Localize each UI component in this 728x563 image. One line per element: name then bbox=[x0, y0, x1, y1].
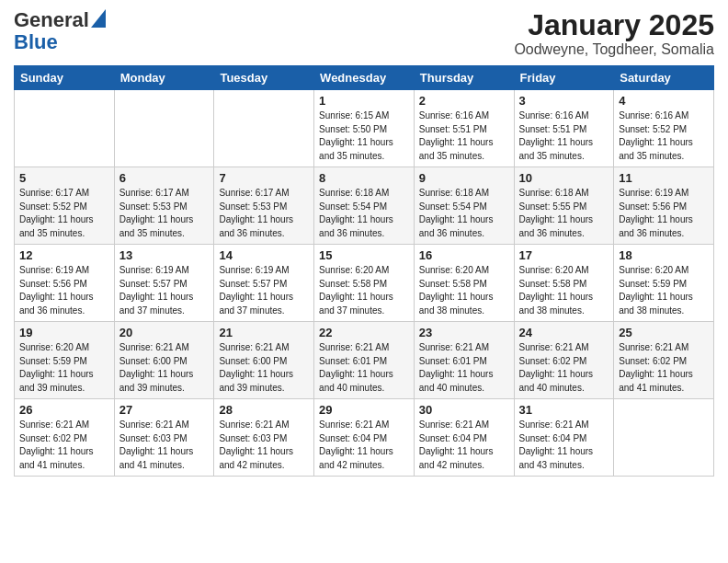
day-info: Sunrise: 6:19 AMSunset: 5:56 PMDaylight:… bbox=[19, 264, 109, 317]
calendar-week-row: 26Sunrise: 6:21 AMSunset: 6:02 PMDayligh… bbox=[15, 399, 714, 477]
col-saturday: Saturday bbox=[614, 66, 714, 90]
day-number: 11 bbox=[619, 171, 709, 185]
table-row: 22Sunrise: 6:21 AMSunset: 6:01 PMDayligh… bbox=[314, 322, 415, 399]
day-number: 26 bbox=[19, 403, 109, 417]
day-number: 4 bbox=[619, 94, 709, 108]
day-info: Sunrise: 6:16 AMSunset: 5:52 PMDaylight:… bbox=[619, 109, 709, 163]
table-row: 10Sunrise: 6:18 AMSunset: 5:55 PMDayligh… bbox=[514, 167, 614, 245]
day-info: Sunrise: 6:19 AMSunset: 5:56 PMDaylight:… bbox=[619, 187, 709, 240]
table-row: 23Sunrise: 6:21 AMSunset: 6:01 PMDayligh… bbox=[414, 322, 514, 399]
title-block: January 2025 Oodweyne, Togdheer, Somalia bbox=[514, 9, 714, 58]
day-info: Sunrise: 6:21 AMSunset: 6:03 PMDaylight:… bbox=[119, 419, 210, 472]
day-number: 29 bbox=[319, 403, 409, 417]
day-info: Sunrise: 6:21 AMSunset: 6:02 PMDaylight:… bbox=[519, 341, 609, 395]
page: General Blue January 2025 Oodweyne, Togd… bbox=[0, 0, 728, 563]
day-number: 12 bbox=[19, 248, 109, 262]
day-number: 5 bbox=[19, 171, 109, 185]
table-row: 7Sunrise: 6:17 AMSunset: 5:53 PMDaylight… bbox=[214, 167, 314, 245]
col-monday: Monday bbox=[114, 66, 214, 90]
day-info: Sunrise: 6:20 AMSunset: 5:59 PMDaylight:… bbox=[619, 264, 709, 317]
calendar-week-row: 5Sunrise: 6:17 AMSunset: 5:52 PMDaylight… bbox=[15, 167, 714, 245]
day-info: Sunrise: 6:21 AMSunset: 6:01 PMDaylight:… bbox=[319, 341, 409, 395]
day-info: Sunrise: 6:17 AMSunset: 5:53 PMDaylight:… bbox=[219, 187, 309, 240]
table-row: 19Sunrise: 6:20 AMSunset: 5:59 PMDayligh… bbox=[15, 322, 115, 399]
day-info: Sunrise: 6:17 AMSunset: 5:53 PMDaylight:… bbox=[119, 187, 210, 240]
table-row: 27Sunrise: 6:21 AMSunset: 6:03 PMDayligh… bbox=[114, 399, 214, 477]
day-info: Sunrise: 6:15 AMSunset: 5:50 PMDaylight:… bbox=[319, 109, 409, 163]
table-row bbox=[614, 399, 714, 477]
logo-triangle-icon bbox=[91, 9, 106, 28]
day-info: Sunrise: 6:21 AMSunset: 6:02 PMDaylight:… bbox=[619, 341, 709, 395]
day-info: Sunrise: 6:20 AMSunset: 5:58 PMDaylight:… bbox=[519, 264, 609, 317]
table-row: 14Sunrise: 6:19 AMSunset: 5:57 PMDayligh… bbox=[214, 245, 314, 322]
day-number: 13 bbox=[119, 248, 210, 262]
day-number: 25 bbox=[619, 326, 709, 339]
day-number: 28 bbox=[219, 403, 309, 417]
day-info: Sunrise: 6:21 AMSunset: 6:04 PMDaylight:… bbox=[319, 419, 409, 472]
day-number: 9 bbox=[419, 171, 509, 185]
day-info: Sunrise: 6:20 AMSunset: 5:58 PMDaylight:… bbox=[419, 264, 509, 317]
day-info: Sunrise: 6:19 AMSunset: 5:57 PMDaylight:… bbox=[119, 264, 210, 317]
day-number: 24 bbox=[519, 326, 609, 339]
table-row: 9Sunrise: 6:18 AMSunset: 5:54 PMDaylight… bbox=[414, 167, 514, 245]
logo-general: General bbox=[14, 9, 89, 31]
day-info: Sunrise: 6:21 AMSunset: 6:00 PMDaylight:… bbox=[219, 341, 309, 395]
table-row: 21Sunrise: 6:21 AMSunset: 6:00 PMDayligh… bbox=[214, 322, 314, 399]
day-number: 1 bbox=[319, 94, 409, 108]
table-row: 5Sunrise: 6:17 AMSunset: 5:52 PMDaylight… bbox=[15, 167, 115, 245]
table-row: 31Sunrise: 6:21 AMSunset: 6:04 PMDayligh… bbox=[514, 399, 614, 477]
day-number: 16 bbox=[419, 248, 509, 262]
col-wednesday: Wednesday bbox=[314, 66, 415, 90]
table-row: 1Sunrise: 6:15 AMSunset: 5:50 PMDaylight… bbox=[314, 90, 415, 167]
day-number: 27 bbox=[119, 403, 210, 417]
calendar-week-row: 12Sunrise: 6:19 AMSunset: 5:56 PMDayligh… bbox=[15, 245, 714, 322]
table-row bbox=[214, 90, 314, 167]
day-number: 21 bbox=[219, 326, 309, 339]
day-number: 3 bbox=[519, 94, 609, 108]
day-number: 20 bbox=[119, 326, 210, 339]
day-number: 2 bbox=[419, 94, 509, 108]
day-number: 17 bbox=[519, 248, 609, 262]
col-friday: Friday bbox=[514, 66, 614, 90]
day-number: 14 bbox=[219, 248, 309, 262]
day-number: 19 bbox=[19, 326, 109, 339]
day-number: 15 bbox=[319, 248, 409, 262]
day-info: Sunrise: 6:20 AMSunset: 5:59 PMDaylight:… bbox=[19, 341, 109, 395]
table-row: 17Sunrise: 6:20 AMSunset: 5:58 PMDayligh… bbox=[514, 245, 614, 322]
col-sunday: Sunday bbox=[15, 66, 115, 90]
table-row: 13Sunrise: 6:19 AMSunset: 5:57 PMDayligh… bbox=[114, 245, 214, 322]
day-info: Sunrise: 6:21 AMSunset: 6:00 PMDaylight:… bbox=[119, 341, 210, 395]
day-info: Sunrise: 6:21 AMSunset: 6:03 PMDaylight:… bbox=[219, 419, 309, 472]
day-info: Sunrise: 6:18 AMSunset: 5:54 PMDaylight:… bbox=[319, 187, 409, 240]
day-info: Sunrise: 6:18 AMSunset: 5:54 PMDaylight:… bbox=[419, 187, 509, 240]
day-info: Sunrise: 6:20 AMSunset: 5:58 PMDaylight:… bbox=[319, 264, 409, 317]
day-number: 10 bbox=[519, 171, 609, 185]
calendar-week-row: 1Sunrise: 6:15 AMSunset: 5:50 PMDaylight… bbox=[15, 90, 714, 167]
day-info: Sunrise: 6:21 AMSunset: 6:02 PMDaylight:… bbox=[19, 419, 109, 472]
day-number: 30 bbox=[419, 403, 509, 417]
day-info: Sunrise: 6:19 AMSunset: 5:57 PMDaylight:… bbox=[219, 264, 309, 317]
day-number: 6 bbox=[119, 171, 210, 185]
svg-marker-0 bbox=[91, 9, 106, 28]
table-row: 8Sunrise: 6:18 AMSunset: 5:54 PMDaylight… bbox=[314, 167, 415, 245]
day-number: 31 bbox=[519, 403, 609, 417]
table-row: 29Sunrise: 6:21 AMSunset: 6:04 PMDayligh… bbox=[314, 399, 415, 477]
day-number: 7 bbox=[219, 171, 309, 185]
day-info: Sunrise: 6:21 AMSunset: 6:01 PMDaylight:… bbox=[419, 341, 509, 395]
table-row: 16Sunrise: 6:20 AMSunset: 5:58 PMDayligh… bbox=[414, 245, 514, 322]
table-row: 24Sunrise: 6:21 AMSunset: 6:02 PMDayligh… bbox=[514, 322, 614, 399]
col-tuesday: Tuesday bbox=[214, 66, 314, 90]
table-row: 26Sunrise: 6:21 AMSunset: 6:02 PMDayligh… bbox=[15, 399, 115, 477]
calendar-table: Sunday Monday Tuesday Wednesday Thursday… bbox=[14, 65, 714, 477]
logo-blue: Blue bbox=[14, 31, 58, 53]
table-row: 4Sunrise: 6:16 AMSunset: 5:52 PMDaylight… bbox=[614, 90, 714, 167]
day-info: Sunrise: 6:21 AMSunset: 6:04 PMDaylight:… bbox=[419, 419, 509, 472]
day-info: Sunrise: 6:18 AMSunset: 5:55 PMDaylight:… bbox=[519, 187, 609, 240]
header: General Blue January 2025 Oodweyne, Togd… bbox=[14, 9, 714, 58]
table-row: 11Sunrise: 6:19 AMSunset: 5:56 PMDayligh… bbox=[614, 167, 714, 245]
calendar-header-row: Sunday Monday Tuesday Wednesday Thursday… bbox=[15, 66, 714, 90]
table-row: 30Sunrise: 6:21 AMSunset: 6:04 PMDayligh… bbox=[414, 399, 514, 477]
day-number: 22 bbox=[319, 326, 409, 339]
table-row bbox=[114, 90, 214, 167]
day-info: Sunrise: 6:17 AMSunset: 5:52 PMDaylight:… bbox=[19, 187, 109, 240]
